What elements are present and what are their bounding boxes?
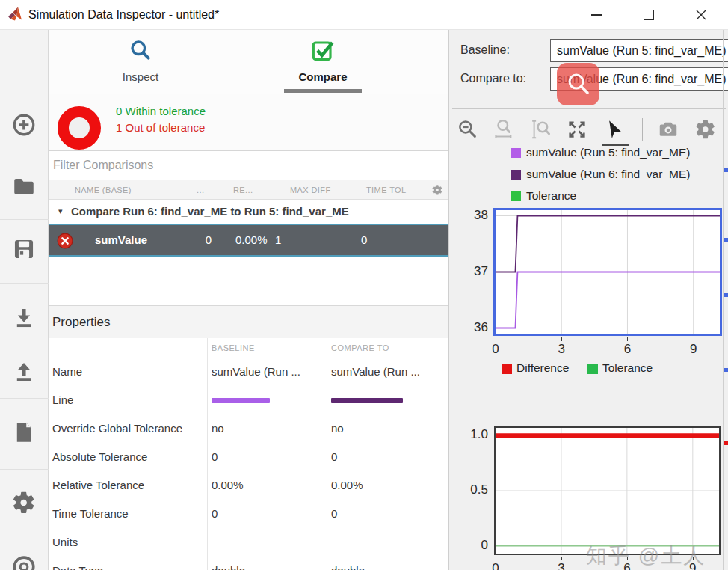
zoom-in-y-button[interactable]: [530, 118, 552, 141]
property-baseline-value[interactable]: 0: [212, 500, 324, 528]
tab-inspect[interactable]: Inspect: [73, 30, 208, 94]
export-arrow-icon: [11, 359, 37, 384]
legend-swatch-run5: [511, 148, 521, 158]
property-baseline-value[interactable]: 0: [212, 443, 324, 471]
y-axis-labels: 363738: [449, 208, 491, 358]
preferences-button[interactable]: [11, 490, 37, 515]
property-row-name: Name sumValue (Run ... sumValue (Run ...: [49, 358, 448, 386]
collapse-triangle-icon[interactable]: ▾: [58, 206, 63, 216]
legend-label-tolerance2[interactable]: Tolerance: [602, 361, 653, 375]
title-bar: Simulation Data Inspector - untitled*: [0, 0, 728, 30]
col-max-diff[interactable]: MAX DIFF: [290, 180, 331, 200]
zoom-in-time-button[interactable]: [493, 118, 515, 141]
legend-entry-run5[interactable]: sumValue (Run 5: find_var_ME): [449, 144, 728, 165]
clipped-subplot-fragment: [724, 441, 728, 445]
x-tick-label: 0: [492, 561, 499, 570]
legend-swatch-tolerance: [511, 191, 521, 201]
properties-header: Properties: [49, 305, 448, 338]
legend-swatch-difference[interactable]: [502, 364, 512, 374]
sidebar: [0, 30, 49, 570]
baseline-run-select[interactable]: sumValue (Run 5: find_var_ME): [550, 39, 728, 62]
inspect-magnifier-icon: [129, 37, 152, 63]
baseline-line-swatch[interactable]: [212, 398, 270, 403]
comparisons-table-header: NAME (BASE) ... RE... MAX DIFF TIME TOL: [49, 180, 448, 200]
x-tick-mark: [496, 557, 496, 560]
snapshot-camera-button[interactable]: [657, 118, 679, 141]
arrow-cursor-button[interactable]: [603, 118, 626, 141]
property-compare-value[interactable]: 0: [331, 443, 447, 471]
legend-label-difference[interactable]: Difference: [516, 361, 569, 375]
sidebar-divider: [0, 346, 49, 346]
property-label: Data Type: [52, 557, 103, 570]
y-tick-label: 38: [449, 208, 488, 223]
compareto-column-header: COMPARE TO: [331, 338, 389, 358]
property-label: Line: [52, 386, 73, 414]
signal-row-sumvalue[interactable]: sumValue 0 0.00% 1 0: [49, 224, 448, 257]
out-of-tolerance-icon: [58, 106, 101, 150]
difference-legend: Difference Tolerance: [449, 361, 728, 379]
legend-swatch-tolerance2[interactable]: [587, 364, 598, 374]
export-button[interactable]: [11, 359, 37, 384]
x-tick-label: 9: [690, 342, 697, 357]
minimize-button[interactable]: [584, 3, 609, 27]
click-indicator-overlay: [557, 63, 599, 105]
property-row-relative-tolerance: Relative Tolerance 0.00% 0.00%: [49, 471, 448, 500]
x-tick-label: 6: [624, 342, 631, 357]
property-label: Time Tolerance: [52, 500, 129, 528]
property-compare-value[interactable]: no: [331, 414, 447, 443]
tab-compare-label: Compare: [256, 70, 390, 83]
property-row-time-tolerance: Time Tolerance 0 0: [49, 500, 448, 528]
compare-line-swatch[interactable]: [331, 398, 403, 403]
filter-comparisons-input[interactable]: [49, 151, 448, 180]
table-settings-gear-icon[interactable]: [431, 184, 443, 196]
property-baseline-value: double: [212, 557, 324, 570]
property-compare-value[interactable]: 0.00%: [331, 471, 447, 500]
comparison-group-row[interactable]: ▾ Compare Run 6: find_var_ME to Run 5: f…: [49, 200, 448, 224]
properties-table: BASELINE COMPARE TO Name sumValue (Run .…: [49, 338, 448, 570]
signal-name: sumValue: [95, 225, 147, 255]
legend-swatch-run6: [511, 170, 521, 180]
property-row-absolute-tolerance: Absolute Tolerance 0 0: [49, 443, 448, 471]
property-label: Absolute Tolerance: [52, 443, 147, 471]
plot-panel: Baseline: sumValue (Run 5: find_var_ME) …: [448, 30, 728, 570]
plot-settings-gear-button[interactable]: [694, 118, 717, 141]
create-report-button[interactable]: [11, 420, 37, 445]
col-rel-tol[interactable]: RE...: [233, 180, 253, 200]
out-of-tolerance-text: 1 Out of tolerance: [116, 121, 205, 134]
y-tick-label: 0: [449, 538, 488, 553]
col-abs-tol[interactable]: ...: [197, 180, 204, 200]
legend-entry-tolerance[interactable]: Tolerance: [449, 187, 728, 208]
help-button[interactable]: [11, 552, 37, 570]
import-button[interactable]: [11, 305, 37, 331]
comparison-panel: Inspect Compare 0 Within tolerance 1 Out…: [49, 30, 448, 570]
col-time-tol[interactable]: TIME TOL: [366, 180, 407, 200]
signals-comparison-chart[interactable]: 363738 0369: [449, 208, 728, 358]
sidebar-divider: [0, 156, 49, 156]
minimize-icon: [591, 14, 602, 16]
save-session-button[interactable]: [11, 236, 37, 262]
chart-plot-area[interactable]: [494, 426, 721, 555]
x-tick-mark: [694, 337, 694, 341]
clipped-subplot-fragment: [724, 168, 728, 172]
legend-entry-run6[interactable]: sumValue (Run 6: find_var_ME): [449, 165, 728, 186]
legend-label-tolerance: Tolerance: [526, 189, 576, 203]
property-compare-value[interactable]: 0: [331, 500, 447, 528]
close-button[interactable]: [688, 3, 714, 27]
fit-to-view-button[interactable]: [566, 118, 588, 141]
x-tick-mark: [496, 337, 496, 341]
tab-compare[interactable]: Compare: [256, 30, 390, 94]
open-session-button[interactable]: [11, 174, 37, 199]
compare-to-label: Compare to:: [460, 72, 526, 85]
legend-label-run5: sumValue (Run 5: find_var_ME): [526, 146, 690, 159]
maximize-button[interactable]: [636, 3, 661, 27]
toolbar-divider: [452, 108, 726, 109]
property-baseline-value[interactable]: 0.00%: [212, 471, 324, 500]
pane-edge-divider: [723, 30, 724, 570]
col-name-base[interactable]: NAME (BASE): [75, 180, 132, 200]
add-run-button[interactable]: [11, 112, 37, 138]
zoom-out-button[interactable]: [457, 118, 479, 141]
property-baseline-value: sumValue (Run ...: [212, 358, 324, 386]
import-arrow-icon: [11, 305, 37, 331]
property-baseline-value[interactable]: no: [212, 414, 324, 443]
chart-plot-area[interactable]: [493, 208, 722, 336]
